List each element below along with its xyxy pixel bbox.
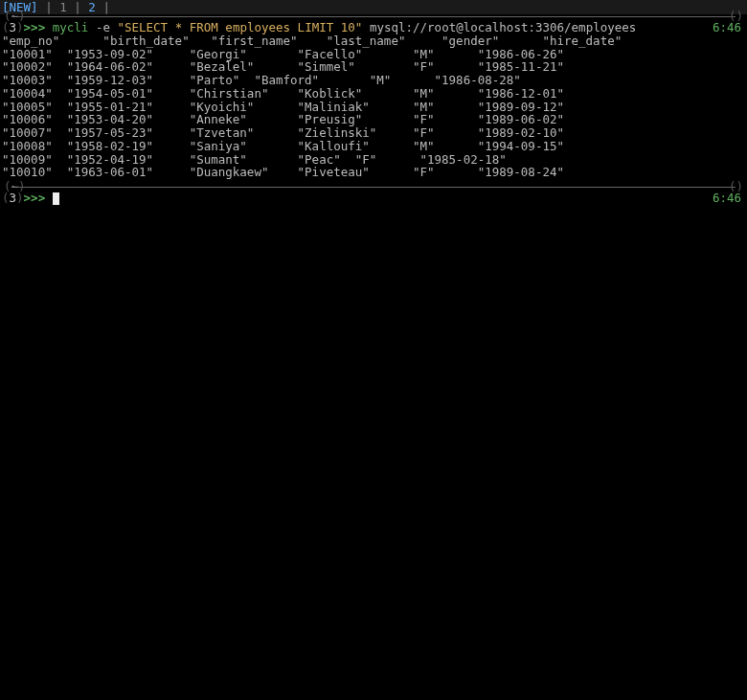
prompt-arrows: >>> — [24, 191, 46, 205]
table-row: "10001" "1953-09-02" "Georgi" "Facello" … — [0, 48, 747, 61]
cmd-query: "SELECT * FROM employees LIMIT 10" — [117, 20, 362, 34]
prompt-meta: (~) () — [0, 182, 747, 192]
table-row: "10006" "1953-04-20" "Anneke" "Preusig" … — [0, 113, 747, 126]
prompt-line[interactable]: (3)>>> mycli -e "SELECT * FROM employees… — [0, 21, 747, 34]
table-row: "10004" "1954-05-01" "Chirstian" "Koblic… — [0, 87, 747, 101]
cmd-flag: -e — [96, 20, 110, 34]
table-row: "10010" "1963-06-01" "Duangkaew" "Pivete… — [0, 166, 747, 179]
prompt-count: 3 — [10, 20, 17, 34]
paren-icon: ) — [736, 9, 743, 23]
table-row: "10009" "1952-04-19" "Sumant" "Peac" "F"… — [0, 153, 747, 167]
table-row: "10007" "1957-05-23" "Tzvetan" "Zielinsk… — [0, 126, 747, 140]
prompt-line[interactable]: (3)>>> 6:46 — [0, 192, 747, 205]
terminal-pane-2: (~) () (3)>>> 6:46 — [0, 187, 747, 205]
paren-icon: ( — [2, 20, 10, 34]
table-row: "10003" "1959-12-03" "Parto" "Bamford" "… — [0, 74, 747, 87]
paren-icon: ) — [736, 179, 743, 193]
prompt-arrows: >>> — [24, 20, 46, 34]
table-row: "10005" "1955-01-21" "Kyoichi" "Maliniak… — [0, 101, 747, 114]
table-row: "10002" "1964-06-02" "Bezalel" "Simmel" … — [0, 60, 747, 74]
table-row: "10008" "1958-02-19" "Saniya" "Kalloufi"… — [0, 140, 747, 153]
paren-icon: ) — [16, 191, 24, 205]
cursor-icon — [53, 192, 59, 205]
terminal-pane-1: (~) () (3)>>> mycli -e "SELECT * FROM em… — [0, 16, 747, 179]
prompt-count: 3 — [10, 191, 17, 205]
cmd-binary: mycli — [53, 20, 89, 34]
paren-icon: ) — [16, 20, 24, 34]
paren-icon: ( — [2, 191, 10, 205]
cmd-connection: mysql://root@localhost:3306/employees — [370, 20, 636, 34]
output-header: "emp_no" "birth_date" "first_name" "last… — [0, 34, 747, 48]
